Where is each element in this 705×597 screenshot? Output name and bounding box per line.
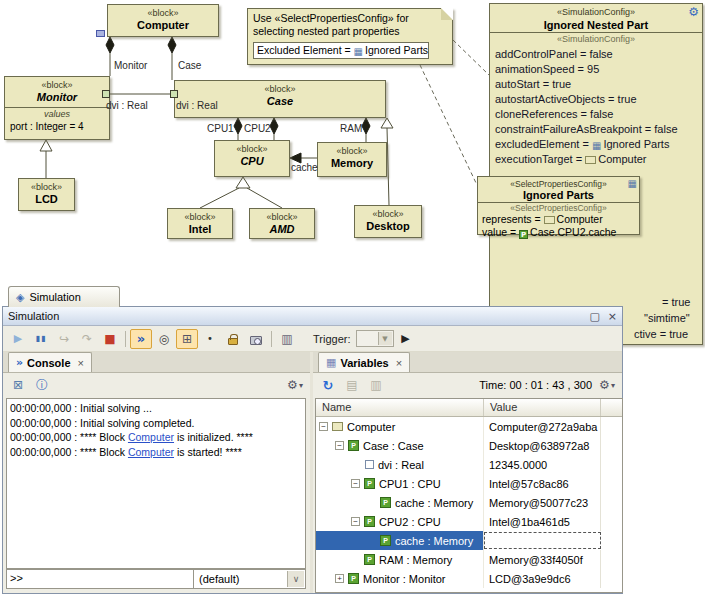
comment-note[interactable]: Use «SelectPropertiesConfig» for selecti… [247, 8, 453, 65]
terminate-button[interactable]: ■ [99, 329, 121, 349]
part-property-icon: P [519, 230, 528, 239]
port-label-dvi-case: dvi : Real [176, 100, 218, 111]
block-monitor[interactable]: «block» Monitor values port : Integer = … [4, 76, 110, 140]
collapse-icon[interactable]: − [351, 517, 360, 526]
composition-case-cpu2[interactable] [270, 118, 278, 140]
run-trigger-button[interactable]: ▶ [395, 329, 417, 349]
collapse-icon[interactable]: − [319, 422, 328, 431]
table-row[interactable]: −PCPU1 : CPU Intel@57c8ac86 [316, 474, 622, 493]
composition-case-cpu1[interactable] [234, 118, 242, 140]
block-cpu[interactable]: «block» CPU [214, 140, 290, 177]
table-row[interactable]: PRAM : Memory Memory@33f4050f [316, 550, 622, 569]
save-all-button[interactable]: ▥ [365, 375, 387, 395]
composition-computer-case[interactable] [168, 37, 176, 80]
excluded-element-compartment[interactable]: Excluded Element = ▦Ignored Parts [253, 42, 429, 59]
note-fold-corner [441, 8, 453, 20]
note-anchor-to-simconfig[interactable] [453, 40, 489, 75]
tab-console[interactable]: » Console × [8, 352, 92, 372]
lock-button[interactable] [222, 329, 244, 349]
generalization-amd-cpu[interactable] [247, 188, 282, 208]
snapshot-button[interactable] [245, 329, 267, 349]
table-row[interactable]: −PCPU2 : CPU Intel@1ba461d5 [316, 512, 622, 531]
column-name[interactable]: Name [316, 399, 484, 416]
close-variables-tab-icon[interactable]: × [396, 357, 402, 369]
value-editor[interactable] [484, 532, 601, 549]
wrench-icon: ⚙ [688, 5, 699, 19]
console-log[interactable]: 00:00:00,000 : Initial solving ... 00:00… [6, 398, 306, 569]
close-console-tab-icon[interactable]: × [78, 357, 84, 369]
block-desktop[interactable]: «block» Desktop [354, 205, 422, 238]
block-case[interactable]: «block» Case [174, 80, 386, 118]
table-row[interactable]: +PMonitor : Monitor LCD@3a9e9dc6 [316, 569, 622, 588]
block-name: Desktop [355, 220, 421, 233]
simconfig-property[interactable]: animationSpeed = 95 [495, 62, 702, 77]
window-title: Simulation [8, 310, 59, 322]
window-titlebar[interactable]: Simulation ▢ × [3, 307, 622, 326]
variables-options-button[interactable]: ⚙▾ [596, 375, 618, 395]
pause-button[interactable]: ▮▮ [30, 329, 52, 349]
show-held-tokens-button[interactable]: ⊞ [176, 329, 198, 349]
selectconfig-value[interactable]: value = PCase.CPU2.cache [482, 226, 639, 239]
collapse-icon[interactable]: − [335, 441, 344, 450]
save-button[interactable]: ▤ [341, 375, 363, 395]
console-input[interactable]: >> [6, 569, 194, 589]
animation-speed-button[interactable]: » [130, 329, 152, 349]
represents-label: represents = [482, 213, 544, 225]
resume-button[interactable]: ▶ [7, 329, 29, 349]
simconfig-property-excluded[interactable]: excludedElement = ▦Ignored Parts [495, 137, 702, 152]
simconfig-property[interactable]: autostartActiveObjects = true [495, 92, 702, 107]
table-row[interactable]: −Computer Computer@272a9aba [316, 417, 622, 436]
tab-simulation[interactable]: ◈ Simulation [8, 286, 120, 307]
info-button[interactable]: ⓘ [31, 375, 53, 395]
note-anchor-to-selectconfig[interactable] [420, 65, 477, 185]
console-toolbar: ⊠ ⓘ ⚙▾ [3, 373, 310, 397]
simconfig-property-target[interactable]: executionTarget = Computer [495, 152, 702, 167]
step-into-button[interactable]: ↪ [53, 329, 75, 349]
composition-case-ram[interactable] [362, 118, 370, 142]
block-stereotype: «block» [108, 8, 218, 19]
expand-icon[interactable]: + [335, 574, 344, 583]
simconfig-property[interactable]: addControlPanel = false [495, 47, 702, 62]
close-icon[interactable]: × [608, 310, 617, 323]
column-value[interactable]: Value [484, 399, 601, 416]
computer-link[interactable]: Computer [128, 446, 174, 458]
selectconfig-represents[interactable]: represents = Computer [482, 213, 639, 226]
simconfig-property[interactable]: cloneReferences = false [495, 107, 702, 122]
block-intel[interactable]: «block» Intel [167, 208, 233, 239]
refresh-button[interactable]: ↻ [317, 375, 339, 395]
tab-variables[interactable]: ▦ Variables × [318, 352, 410, 372]
block-amd[interactable]: «block» AMD [249, 208, 315, 239]
block-stereotype: «block» [5, 80, 109, 91]
table-row[interactable]: −PCase : Case Desktop@638972a8 [316, 436, 622, 455]
table-header[interactable]: Name Value [316, 399, 622, 417]
trigger-select[interactable]: ▼ [356, 330, 394, 347]
block-memory[interactable]: «block» Memory [317, 142, 387, 177]
generalization-lcd-monitor[interactable] [40, 140, 52, 178]
table-row-selected[interactable]: Pcache : Memory [316, 531, 622, 550]
step-over-button[interactable]: ↷ [76, 329, 98, 349]
composition-computer-monitor[interactable] [106, 37, 114, 76]
restore-icon[interactable]: ▢ [589, 310, 599, 323]
simulation-window-body: Simulation ▢ × ▶ ▮▮ ↪ ↷ ■ » ◎ ⊞ • [2, 306, 623, 594]
block-lcd[interactable]: «block» LCD [18, 178, 75, 211]
simconfig-property[interactable]: constraintFailureAsBreakpoint = false [495, 122, 702, 137]
value-property[interactable]: port : Integer = 4 [5, 120, 109, 133]
table-row[interactable]: dvi : Real 12345.0000 [316, 455, 622, 474]
port-dvi-monitor[interactable] [102, 90, 110, 98]
console-language-select[interactable]: (default) ∨ [194, 569, 306, 589]
port-dvi-case[interactable] [170, 90, 178, 98]
collapse-icon[interactable]: − [351, 479, 360, 488]
console-options-button[interactable]: ⚙▾ [284, 375, 306, 395]
export-results-button[interactable]: ▥ [276, 329, 298, 349]
dropdown-arrow-icon[interactable]: ∨ [287, 571, 304, 587]
computer-link[interactable]: Computer [128, 431, 174, 443]
select-properties-config-box[interactable]: ▦ «SelectPropertiesConfig» Ignored Parts… [477, 176, 640, 235]
generalization-intel-cpu[interactable] [200, 188, 239, 208]
block-computer[interactable]: «block» Computer [107, 4, 219, 37]
auto-open-diagram-button[interactable]: ◎ [153, 329, 175, 349]
clear-console-button[interactable]: ⊠ [7, 375, 29, 395]
breakpoint-button[interactable]: • [199, 329, 221, 349]
dropdown-arrow-icon: ▾ [299, 381, 303, 390]
simconfig-property[interactable]: autoStart = true [495, 77, 702, 92]
table-row[interactable]: Pcache : Memory Memory@50077c23 [316, 493, 622, 512]
